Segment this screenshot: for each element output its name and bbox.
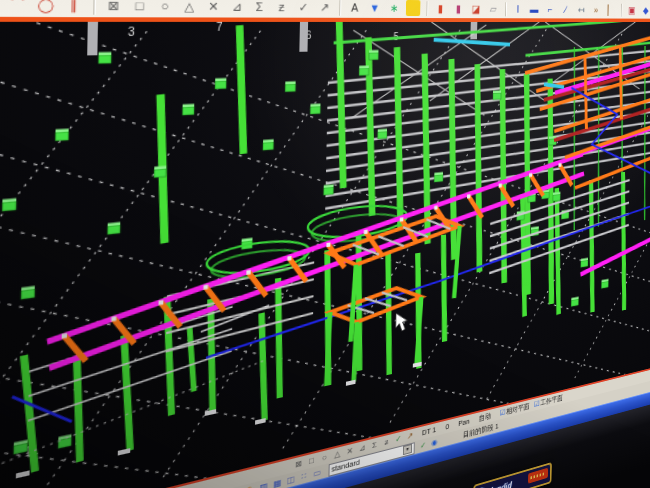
component-icon[interactable]: ▣ (626, 3, 637, 17)
orange-tie-beam[interactable] (400, 217, 404, 221)
green-column[interactable] (441, 234, 447, 342)
green-baseplate[interactable] (263, 142, 274, 150)
green-baseplate[interactable] (378, 131, 387, 139)
mid-mini-rack[interactable] (166, 296, 313, 333)
green-baseplate[interactable] (493, 90, 501, 93)
construction-grid-line[interactable] (163, 28, 461, 477)
green-baseplate[interactable] (183, 104, 195, 107)
green-baseplate[interactable] (215, 81, 226, 89)
green-baseplate[interactable] (182, 107, 194, 115)
grid-label[interactable]: 5 (393, 31, 398, 43)
grid-label[interactable]: 7 (216, 22, 223, 33)
gray-stub-columns[interactable] (87, 22, 478, 56)
green-baseplate[interactable] (154, 169, 166, 178)
green-baseplate[interactable] (434, 174, 443, 182)
tank-rings[interactable] (206, 202, 407, 283)
green-column[interactable] (259, 312, 267, 421)
pin-magenta-icon[interactable]: ▮ (451, 1, 465, 17)
green-baseplate[interactable] (21, 289, 35, 299)
green-baseplate[interactable] (493, 93, 501, 100)
green-baseplate[interactable] (285, 84, 295, 92)
gray-stub-column[interactable] (299, 22, 308, 52)
green-baseplate[interactable] (359, 68, 369, 75)
snap-perpendicular-icon[interactable]: ⊿ (228, 0, 246, 15)
orange-tie-beam[interactable] (326, 242, 330, 247)
snap-check-icon[interactable]: ✓ (295, 0, 312, 16)
orange-tie-beam[interactable] (467, 194, 470, 198)
green-baseplate[interactable] (359, 65, 369, 68)
orange-tie-beam[interactable] (203, 285, 208, 290)
green-column[interactable] (386, 252, 392, 376)
create-curved-beam-icon[interactable]: ∕ (560, 2, 572, 17)
grid-label[interactable]: 3 (128, 25, 135, 38)
orange-tie-beam[interactable] (364, 230, 368, 235)
green-column[interactable] (421, 54, 432, 245)
green-baseplate[interactable] (324, 187, 334, 195)
green-baseplate[interactable] (369, 50, 378, 53)
green-baseplate[interactable] (581, 260, 588, 267)
forward-icon[interactable]: » (590, 2, 602, 16)
gray-stub-column[interactable] (87, 22, 98, 56)
sketch-arc-icon[interactable]: ⌒ (6, 0, 28, 15)
green-top-beams[interactable] (333, 22, 650, 60)
green-column[interactable] (122, 334, 133, 452)
orange-tie-beam[interactable] (246, 270, 250, 275)
green-baseplate[interactable] (310, 104, 320, 107)
snap-cross-icon[interactable]: ✕ (204, 0, 222, 15)
clip-plane-icon[interactable]: ◪ (469, 1, 483, 16)
green-column[interactable] (75, 358, 82, 463)
green-baseplate[interactable] (99, 52, 112, 55)
select-objects-icon[interactable]: ▦ (272, 476, 284, 488)
green-baseplate[interactable] (601, 281, 608, 288)
orange-tie-beam[interactable] (434, 206, 438, 210)
checkbox-icon[interactable]: ☑ (500, 408, 506, 418)
green-baseplate[interactable] (369, 53, 379, 60)
green-column[interactable] (473, 64, 484, 273)
green-baseplate[interactable] (553, 194, 561, 201)
orange-tie-beam[interactable] (529, 173, 532, 177)
green-baseplate[interactable] (98, 55, 111, 64)
green-baseplate[interactable] (107, 225, 120, 235)
create-polybeam-icon[interactable]: ⌐ (544, 2, 556, 17)
green-baseplate[interactable] (2, 201, 16, 211)
green-baseplate[interactable] (285, 81, 295, 84)
snap-zigzag-icon[interactable]: ƶ (273, 0, 290, 16)
thin-green-column[interactable] (571, 47, 578, 230)
orange-tie-beam[interactable] (499, 183, 502, 187)
snap-origin-icon[interactable]: ⊠ (103, 0, 123, 15)
detail-icon[interactable]: ◆ (640, 3, 650, 17)
orange-tie-beam[interactable] (111, 316, 116, 321)
item-icon[interactable]: ▏ (605, 3, 616, 17)
checkbox-icon[interactable]: ☑ (534, 399, 540, 409)
orange-tie-beam[interactable] (287, 256, 291, 261)
snap-triangle-icon[interactable]: △ (180, 0, 199, 15)
sketch-hatch-icon[interactable]: ∥ (63, 0, 84, 15)
green-column[interactable] (276, 278, 283, 399)
green-baseplate[interactable] (528, 195, 536, 202)
green-column[interactable] (188, 326, 195, 392)
green-baseplate[interactable] (55, 132, 68, 141)
select-filter-icon[interactable]: ▥ (258, 479, 270, 488)
snap-arrow-icon[interactable]: ↗ (316, 0, 332, 16)
create-beam-icon[interactable]: ▬ (528, 2, 541, 17)
binoculars-icon[interactable]: A (347, 0, 363, 16)
create-twin-beam-icon[interactable]: ↤ (575, 2, 587, 16)
snap-sigma-icon[interactable]: Σ (251, 0, 268, 15)
filter-icon[interactable]: ▼ (367, 0, 382, 16)
green-baseplate[interactable] (310, 106, 320, 114)
pin-red-icon[interactable]: ▮ (433, 0, 447, 16)
orange-tie-beam[interactable] (62, 333, 67, 339)
orange-tie-beam[interactable] (158, 300, 163, 305)
create-column-icon[interactable]: I (511, 1, 524, 16)
chevron-down-icon[interactable]: ▾ (403, 444, 412, 455)
green-column[interactable] (237, 25, 246, 154)
green-column[interactable] (588, 179, 595, 313)
orange-tie-beam[interactable] (558, 163, 561, 167)
sketch-circle-icon[interactable]: ◯ (35, 0, 57, 15)
undo-arc-icon[interactable]: ↷ (244, 483, 256, 488)
green-baseplate[interactable] (215, 78, 226, 81)
snap-circle-icon[interactable]: ○ (155, 0, 174, 15)
view-page-icon[interactable]: ▱ (487, 1, 500, 16)
work-plane-icon[interactable] (406, 0, 421, 16)
snap-any-icon[interactable]: □ (130, 0, 150, 15)
